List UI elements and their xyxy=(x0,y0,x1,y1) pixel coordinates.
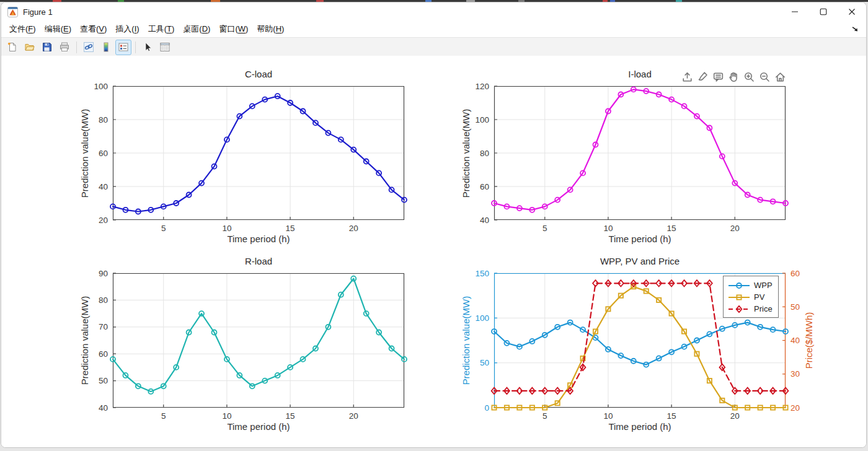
save-figure-button[interactable] xyxy=(39,40,55,55)
svg-text:20: 20 xyxy=(99,216,108,225)
menu-item-t[interactable]: 工具(T) xyxy=(144,22,179,37)
figure-canvas: C-load Prediction value(MW) 510152020406… xyxy=(1,56,866,447)
svg-text:80: 80 xyxy=(99,296,108,305)
svg-text:40: 40 xyxy=(790,336,800,345)
dock-figure-icon[interactable] xyxy=(851,25,862,33)
svg-text:15: 15 xyxy=(667,224,676,233)
svg-text:60: 60 xyxy=(480,182,489,191)
property-inspector-button[interactable] xyxy=(157,40,173,55)
insert-colorbar-button[interactable] xyxy=(98,40,114,55)
link-plot-button[interactable] xyxy=(81,40,97,55)
svg-text:15: 15 xyxy=(667,411,676,421)
svg-text:150: 150 xyxy=(475,269,489,278)
svg-text:5: 5 xyxy=(161,411,166,421)
legend-label-wpp: WPP xyxy=(754,281,773,290)
figure-toolbar xyxy=(1,37,866,57)
menu-item-e[interactable]: 编辑(E) xyxy=(40,22,76,37)
legend-entry-wpp[interactable]: WPP xyxy=(728,279,773,291)
maximize-button[interactable] xyxy=(809,2,838,21)
legend-label-price: Price xyxy=(754,304,773,313)
svg-text:15: 15 xyxy=(286,224,295,233)
zoom-out-icon[interactable] xyxy=(757,69,772,84)
menu-item-i[interactable]: 插入(I) xyxy=(111,22,143,37)
svg-text:80: 80 xyxy=(480,149,489,158)
svg-text:10: 10 xyxy=(603,224,613,233)
legend[interactable]: WPP PV Price xyxy=(723,276,779,318)
ylabel-i-load: Prediction value(MW) xyxy=(458,86,474,220)
svg-text:60: 60 xyxy=(99,349,108,359)
svg-text:60: 60 xyxy=(790,269,800,278)
legend-entry-pv[interactable]: PV xyxy=(728,291,773,303)
svg-text:20: 20 xyxy=(730,224,740,233)
svg-text:30: 30 xyxy=(790,369,800,379)
screen: Figure 1 文件(F)编辑(E)查看(V)插入(I)工具(T)桌面(D)窗… xyxy=(0,0,868,451)
svg-text:100: 100 xyxy=(475,115,489,125)
ylabel-left-wpp: Prediction value(MW) xyxy=(458,273,474,408)
svg-text:5: 5 xyxy=(542,411,547,421)
chart-title-wpp-pv-price: WPP, PV and Price xyxy=(494,256,786,268)
legend-label-pv: PV xyxy=(754,292,764,302)
svg-text:40: 40 xyxy=(99,182,108,191)
menu-item-h[interactable]: 帮助(H) xyxy=(252,22,288,37)
chart-title-c-load: C-load xyxy=(113,69,404,81)
menu-item-v[interactable]: 查看(V) xyxy=(76,22,111,37)
pan-icon[interactable] xyxy=(726,69,741,84)
title-bar: Figure 1 xyxy=(1,2,866,21)
legend-sample-price xyxy=(728,304,750,314)
legend-entry-price[interactable]: Price xyxy=(728,303,773,315)
window-title: Figure 1 xyxy=(23,7,53,17)
svg-text:70: 70 xyxy=(99,322,108,331)
menu-bar: 文件(F)编辑(E)查看(V)插入(I)工具(T)桌面(D)窗口(W)帮助(H) xyxy=(1,21,866,37)
xlabel-r-load: Time period (h) xyxy=(113,421,404,432)
zoom-in-icon[interactable] xyxy=(742,69,756,84)
svg-text:40: 40 xyxy=(480,216,489,225)
ylabel-r-load: Prediction value(MW) xyxy=(77,273,93,408)
toolbar-separator xyxy=(76,42,77,53)
print-figure-button[interactable] xyxy=(56,40,73,55)
svg-text:20: 20 xyxy=(790,403,800,413)
svg-text:50: 50 xyxy=(790,302,800,312)
svg-text:40: 40 xyxy=(99,403,108,413)
minimize-button[interactable] xyxy=(781,2,809,21)
menu-item-f[interactable]: 文件(F) xyxy=(5,22,40,37)
svg-text:5: 5 xyxy=(161,224,166,233)
legend-sample-wpp xyxy=(728,281,750,291)
svg-text:50: 50 xyxy=(480,358,489,367)
restore-view-icon[interactable] xyxy=(773,69,787,84)
legend-sample-pv xyxy=(728,292,750,302)
svg-text:90: 90 xyxy=(99,269,108,278)
svg-text:80: 80 xyxy=(99,115,108,125)
ylabel-right-price: Price($/MWh) xyxy=(801,273,817,408)
matlab-logo-icon xyxy=(7,7,18,17)
plot-c-load: 510152020406080100 xyxy=(113,86,404,220)
insert-legend-button[interactable] xyxy=(115,40,131,55)
xlabel-wpp: Time period (h) xyxy=(494,421,786,432)
menu-item-w[interactable]: 窗口(W) xyxy=(215,22,252,37)
menu-item-d[interactable]: 桌面(D) xyxy=(179,22,215,37)
axes-toolbar xyxy=(680,69,787,84)
figure-window: Figure 1 文件(F)编辑(E)查看(V)插入(I)工具(T)桌面(D)窗… xyxy=(1,2,867,448)
open-file-button[interactable] xyxy=(22,40,38,55)
edit-plot-button[interactable] xyxy=(140,40,156,55)
svg-text:20: 20 xyxy=(349,224,358,233)
svg-text:15: 15 xyxy=(286,411,295,421)
svg-text:100: 100 xyxy=(475,313,489,323)
svg-text:60: 60 xyxy=(99,149,108,158)
plot-r-load: 5101520405060708090 xyxy=(113,273,404,408)
new-figure-button[interactable] xyxy=(4,40,20,55)
export-icon[interactable] xyxy=(680,69,694,84)
datatips-icon[interactable] xyxy=(711,69,725,84)
plot-i-load: 5101520406080100120 xyxy=(494,86,786,220)
svg-text:5: 5 xyxy=(542,224,547,233)
close-button[interactable] xyxy=(838,2,866,21)
svg-text:10: 10 xyxy=(603,411,613,421)
svg-text:20: 20 xyxy=(730,411,740,421)
chart-title-r-load: R-load xyxy=(113,256,404,268)
svg-text:20: 20 xyxy=(349,411,358,421)
brush-icon[interactable] xyxy=(695,69,710,84)
svg-text:120: 120 xyxy=(475,82,489,91)
toolbar-separator xyxy=(135,42,136,53)
svg-text:50: 50 xyxy=(99,376,108,385)
xlabel-c-load: Time period (h) xyxy=(113,234,404,245)
svg-text:100: 100 xyxy=(94,82,108,91)
